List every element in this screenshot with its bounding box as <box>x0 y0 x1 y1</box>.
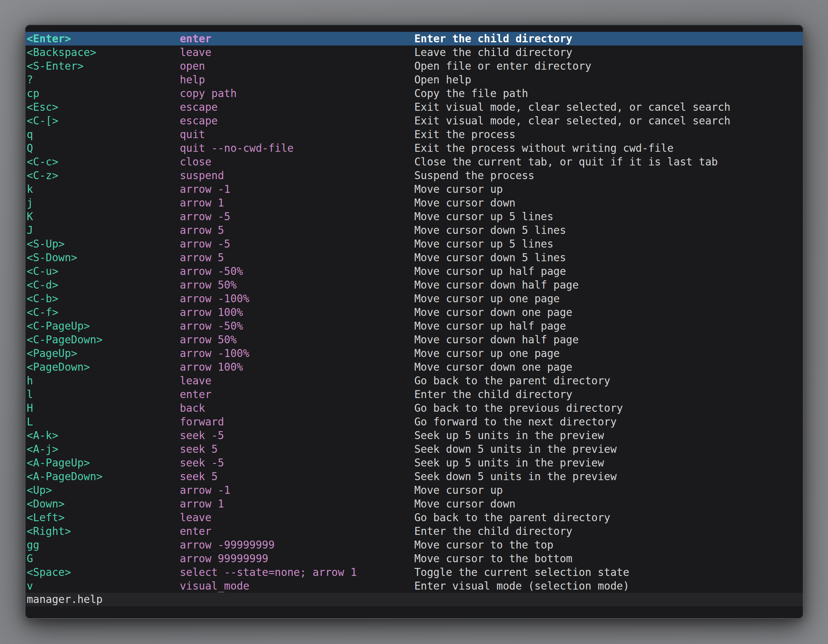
key-cell: <C-d> <box>27 278 180 292</box>
keybind-row[interactable]: l enter Enter the child directory <box>25 387 803 401</box>
keybind-row[interactable]: Q quit --no-cwd-file Exit the process wi… <box>25 141 803 155</box>
key-cell: <C-PageUp> <box>27 319 180 333</box>
key-cell: <C-f> <box>27 306 180 319</box>
description-cell: Exit visual mode, clear selected, or can… <box>414 114 803 128</box>
keybind-row[interactable]: <C-z> suspend Suspend the process <box>25 169 803 182</box>
description-cell: Seek up 5 units in the preview <box>414 456 803 470</box>
keybind-row[interactable]: <A-PageUp> seek -5 Seek up 5 units in th… <box>25 456 803 470</box>
key-cell: G <box>27 552 180 566</box>
keybind-row[interactable]: <Down> arrow 1 Move cursor down <box>25 497 803 511</box>
description-cell: Move cursor down <box>414 497 803 511</box>
keybind-row[interactable]: <A-j> seek 5 Seek down 5 units in the pr… <box>25 442 803 456</box>
description-cell: Open file or enter directory <box>414 59 803 73</box>
description-cell: Move cursor up <box>414 182 803 196</box>
desktop-background: <Enter> enter Enter the child directory … <box>0 0 828 644</box>
key-cell: <C-b> <box>27 292 180 306</box>
keybind-row[interactable]: <Left> leave Go back to the parent direc… <box>25 511 803 524</box>
key-cell: <Esc> <box>27 100 180 114</box>
keybind-row[interactable]: <A-PageDown> seek 5 Seek down 5 units in… <box>25 470 803 483</box>
keybind-row[interactable]: L forward Go forward to the next directo… <box>25 415 803 429</box>
help-pane: <Enter> enter Enter the child directory … <box>25 25 803 618</box>
command-cell: help <box>180 73 414 86</box>
keybind-row[interactable]: gg arrow -99999999 Move cursor to the to… <box>25 538 803 552</box>
key-cell: gg <box>27 538 180 552</box>
command-cell: back <box>180 401 414 415</box>
description-cell: Enter the child directory <box>414 387 803 401</box>
description-cell: Move cursor down one page <box>414 360 803 374</box>
description-cell: Open help <box>414 73 803 86</box>
keybind-row[interactable]: <C-PageDown> arrow 50% Move cursor down … <box>25 333 803 346</box>
keybind-row[interactable]: <Up> arrow -1 Move cursor up <box>25 483 803 497</box>
key-cell: <S-Enter> <box>27 59 180 73</box>
keybind-row[interactable]: <Backspace> leave Leave the child direct… <box>25 45 803 59</box>
keybind-row[interactable]: <Right> enter Enter the child directory <box>25 524 803 538</box>
command-cell: arrow 50% <box>180 333 414 346</box>
keybind-row[interactable]: v visual_mode Enter visual mode (selecti… <box>25 579 803 593</box>
keybind-row[interactable]: K arrow -5 Move cursor up 5 lines <box>25 210 803 223</box>
keybind-row[interactable]: <C-u> arrow -50% Move cursor up half pag… <box>25 265 803 278</box>
command-cell: arrow -1 <box>180 182 414 196</box>
keybind-row[interactable]: H back Go back to the previous directory <box>25 401 803 415</box>
description-cell: Seek down 5 units in the preview <box>414 442 803 456</box>
description-cell: Exit the process without writing cwd-fil… <box>414 141 803 155</box>
command-cell: copy path <box>180 86 414 100</box>
command-cell: open <box>180 59 414 73</box>
description-cell: Leave the child directory <box>414 45 803 59</box>
keybind-row[interactable]: <C-[> escape Exit visual mode, clear sel… <box>25 114 803 128</box>
command-cell: leave <box>180 374 414 387</box>
terminal-window: <Enter> enter Enter the child directory … <box>25 25 803 619</box>
command-cell: enter <box>180 32 414 45</box>
keybind-row[interactable]: ? help Open help <box>25 73 803 86</box>
description-cell: Copy the file path <box>414 86 803 100</box>
description-cell: Seek up 5 units in the preview <box>414 429 803 442</box>
key-cell: <Space> <box>27 566 180 579</box>
keybind-row[interactable]: <C-c> close Close the current tab, or qu… <box>25 155 803 169</box>
keybind-row[interactable]: G arrow 99999999 Move cursor to the bott… <box>25 552 803 566</box>
key-cell: Q <box>27 141 180 155</box>
keybind-row[interactable]: cp copy path Copy the file path <box>25 86 803 100</box>
keybind-row[interactable]: J arrow 5 Move cursor down 5 lines <box>25 223 803 237</box>
keybind-row[interactable]: <PageUp> arrow -100% Move cursor up one … <box>25 346 803 360</box>
status-bar: manager.help <box>25 593 803 606</box>
key-cell: <Backspace> <box>27 45 180 59</box>
keybind-row[interactable]: k arrow -1 Move cursor up <box>25 182 803 196</box>
command-cell: arrow 100% <box>180 306 414 319</box>
keybind-row[interactable]: <S-Down> arrow 5 Move cursor down 5 line… <box>25 251 803 265</box>
key-cell: <A-PageDown> <box>27 470 180 483</box>
key-cell: j <box>27 196 180 210</box>
key-cell: <C-PageDown> <box>27 333 180 346</box>
command-cell: arrow -50% <box>180 319 414 333</box>
key-cell: ? <box>27 73 180 86</box>
keybind-row[interactable]: <Space> select --state=none; arrow 1 Tog… <box>25 566 803 579</box>
keybind-row[interactable]: <Esc> escape Exit visual mode, clear sel… <box>25 100 803 114</box>
command-cell: enter <box>180 387 414 401</box>
keybind-row[interactable]: <C-f> arrow 100% Move cursor down one pa… <box>25 306 803 319</box>
keybind-row[interactable]: <Enter> enter Enter the child directory <box>25 32 803 45</box>
keybind-row[interactable]: <PageDown> arrow 100% Move cursor down o… <box>25 360 803 374</box>
keybind-row[interactable]: j arrow 1 Move cursor down <box>25 196 803 210</box>
description-cell: Move cursor up one page <box>414 292 803 306</box>
keybind-row[interactable]: <S-Enter> open Open file or enter direct… <box>25 59 803 73</box>
command-cell: arrow 100% <box>180 360 414 374</box>
command-cell: visual_mode <box>180 579 414 593</box>
command-cell: leave <box>180 511 414 524</box>
keybind-row[interactable]: <S-Up> arrow -5 Move cursor up 5 lines <box>25 237 803 251</box>
keybind-row[interactable]: q quit Exit the process <box>25 128 803 141</box>
keybind-row[interactable]: <C-PageUp> arrow -50% Move cursor up hal… <box>25 319 803 333</box>
description-cell: Enter the child directory <box>414 32 803 45</box>
command-cell: arrow -50% <box>180 265 414 278</box>
keybind-row[interactable]: <C-b> arrow -100% Move cursor up one pag… <box>25 292 803 306</box>
key-cell: <PageUp> <box>27 346 180 360</box>
command-cell: seek 5 <box>180 470 414 483</box>
description-cell: Move cursor to the top <box>414 538 803 552</box>
description-cell: Suspend the process <box>414 169 803 182</box>
command-cell: escape <box>180 100 414 114</box>
keybind-row[interactable]: h leave Go back to the parent directory <box>25 374 803 387</box>
keybind-row[interactable]: <C-d> arrow 50% Move cursor down half pa… <box>25 278 803 292</box>
keybind-row[interactable]: <A-k> seek -5 Seek up 5 units in the pre… <box>25 429 803 442</box>
description-cell: Move cursor up 5 lines <box>414 237 803 251</box>
command-cell: arrow -100% <box>180 346 414 360</box>
key-cell: <Left> <box>27 511 180 524</box>
description-cell: Go forward to the next directory <box>414 415 803 429</box>
key-cell: <Down> <box>27 497 180 511</box>
